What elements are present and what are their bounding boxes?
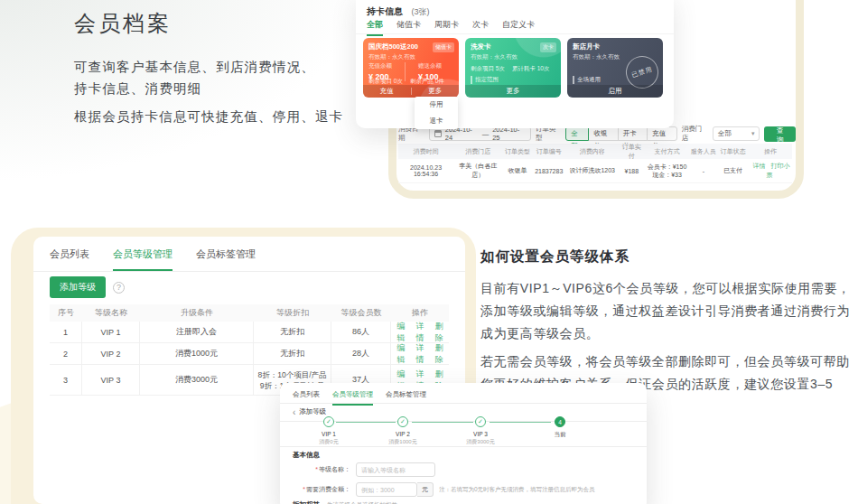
level-name-label: *等级名称： — [293, 465, 350, 474]
store-filter-label: 消费门店 — [682, 125, 708, 143]
remaining-items: 剩余项目 5次 — [471, 65, 505, 73]
order-type-cashier[interactable]: 收银单 — [588, 126, 618, 141]
search-button[interactable]: 查询 — [764, 126, 796, 142]
step-label: VIP 1 — [297, 431, 360, 437]
level-name-label-text: 等级名称： — [319, 466, 350, 472]
amount-row: *需要消费金额： 元 注：若填写为0元时客户无须消费，填写注册信息后即为会员 — [293, 482, 595, 497]
membership-card-times: 洗发卡 次卡 有效期：永久有效 剩余项目 5次 累计耗卡 10次 指定范围 更多 — [465, 38, 561, 98]
discount-note: 为该等级会员选择折扣权益 — [327, 501, 397, 504]
step-done-icon: ✓ — [397, 416, 408, 427]
tab-member-tag-management[interactable]: 会员标签管理 — [196, 247, 256, 271]
more-button[interactable]: 更多 — [412, 87, 460, 96]
level-name-input[interactable] — [356, 462, 435, 477]
col-header: 操作 — [391, 304, 449, 322]
card-name: 洗发卡 — [471, 42, 491, 51]
card-more-dropdown: 停用 退卡 — [415, 97, 458, 129]
level-actions: 编辑 详情 删除 — [391, 322, 449, 342]
order-number: 21837283 — [532, 168, 565, 174]
delete-link[interactable]: 删除 — [433, 321, 446, 344]
table-row: 2 VIP 2 消费1000元 无折扣 28人 编辑 详情 删除 — [50, 343, 449, 365]
level-name: VIP 1 — [82, 322, 140, 342]
order-content: 设计师洗吹1203 — [565, 166, 619, 175]
order-type-segmented: 全部 收银单 开卡单 充值单 — [566, 126, 677, 141]
tab-member-list[interactable]: 会员列表 — [50, 247, 89, 271]
order-type-all[interactable]: 全部 — [565, 126, 589, 141]
col-header: 升级条件 — [140, 304, 254, 322]
detail-link[interactable]: 详情 — [413, 321, 426, 344]
order-type-opencard[interactable]: 开卡单 — [618, 126, 648, 141]
membership-card-monthly-disabled: 新店月卡 有效期：永久有效 全场通用 已禁用 启用 — [567, 38, 663, 98]
recharge-button[interactable]: 充值 — [363, 87, 411, 96]
col-header: 订单类型 — [503, 147, 533, 156]
step-current-icon: 4 — [555, 416, 565, 427]
hero-line-2: 持卡信息、消费明细 — [74, 78, 343, 99]
back-chevron-icon: ‹ — [293, 409, 295, 415]
card-info-title: 持卡信息 — [367, 6, 403, 16]
card-info-panel: 持卡信息 (3张) 全部 储值卡 周期卡 次卡 自定义卡 国庆档500送200 … — [356, 0, 674, 128]
discount-section-label: 折扣权益 — [293, 500, 320, 504]
edit-link[interactable]: 编辑 — [394, 342, 407, 366]
level-discount: 无折扣 — [254, 343, 331, 364]
orders-table: 消费时间 消费门店 订单类型 订单编号 消费内容 订单实付 支付方式 服务人员 … — [398, 144, 792, 183]
col-header: 等级会员数 — [331, 304, 391, 322]
step-label: VIP 3 — [449, 431, 512, 437]
delete-link[interactable]: 删除 — [433, 342, 446, 366]
member-panel-tabs: 会员列表 会员等级管理 会员标签管理 — [33, 237, 465, 271]
tabs-divider — [356, 33, 674, 34]
col-header: 消费时间 — [398, 147, 453, 156]
card-validity: 有效期：永久有效 — [368, 53, 415, 61]
step-label: VIP 2 — [371, 431, 434, 437]
enable-button[interactable]: 启用 — [567, 87, 663, 96]
add-level-panel: 会员列表 会员等级管理 会员标签管理 ‹ 添加等级 ✓ ✓ ✓ 4 VIP 1 … — [280, 383, 647, 504]
step-sub: 消费3000元 — [449, 438, 512, 446]
card-footer: 启用 — [567, 85, 663, 98]
tab-member-level-management[interactable]: 会员等级管理 — [113, 247, 173, 271]
more-button[interactable]: 更多 — [465, 87, 561, 96]
col-header: 服务人员 — [690, 147, 718, 156]
card-footer: 更多 — [465, 85, 561, 98]
detail-link[interactable]: 详情 — [413, 342, 426, 366]
step-done-icon: ✓ — [475, 416, 486, 427]
recharge-balance-label: 充值余额 — [368, 62, 392, 70]
order-pay-method: 会员卡：¥150 现金：¥33 — [644, 163, 689, 179]
date-separator: — — [482, 130, 490, 138]
levels-table: 序号 等级名称 升级条件 等级折扣 等级会员数 操作 1 VIP 1 注册即入会… — [50, 304, 449, 396]
store-select[interactable]: 全部 ▾ — [713, 126, 760, 141]
print-receipt-link[interactable]: 打印小票 — [766, 163, 789, 178]
card-type-badge: 次卡 — [540, 42, 556, 52]
card-validity: 有效期：永久有效 — [471, 53, 518, 61]
membership-card-stored-value: 国庆档500送200 储值卡 有效期：永久有效 充值余额 ¥ 200 赠送余额 … — [363, 38, 459, 98]
calendar-icon — [434, 130, 442, 137]
table-row: 1 VIP 1 注册即入会 无折扣 86人 编辑 详情 删除 — [50, 322, 449, 343]
card-count: (3张) — [411, 7, 429, 16]
level-actions: 编辑 详情 删除 — [391, 343, 449, 364]
order-staff: - — [690, 168, 718, 174]
amount-note: 注：若填写为0元时客户无须消费，填写注册信息后即为会员 — [439, 486, 595, 494]
hero-line-3: 根据会员持卡信息可快捷充值、停用、退卡 — [74, 106, 343, 127]
basic-info-section-title: 基本信息 — [293, 451, 320, 460]
amount-input[interactable] — [356, 482, 417, 497]
step-connector — [336, 422, 396, 423]
add-level-button[interactable]: 添加等级 — [50, 276, 106, 298]
card-type-badge: 储值卡 — [433, 42, 454, 52]
level-stepper: ✓ ✓ ✓ 4 VIP 1 VIP 2 VIP 3 当前 消费0元 消费1000… — [302, 415, 591, 444]
gift-balance-label: 赠送余额 — [418, 62, 442, 70]
stepper-divider — [280, 446, 647, 447]
card-meta: 剩余项目 5次 累计耗卡 10次 — [471, 65, 549, 73]
level-condition: 消费3000元 — [140, 365, 254, 395]
edit-link[interactable]: 编辑 — [394, 321, 407, 344]
menu-item-disable-card[interactable]: 停用 — [415, 97, 458, 113]
col-header: 订单编号 — [532, 147, 565, 156]
col-header: 等级折扣 — [254, 304, 331, 322]
page-title: 会员档案 — [74, 9, 343, 38]
card-name: 新店月卡 — [573, 42, 600, 51]
col-header: 消费门店 — [453, 147, 503, 156]
membership-cards-row: 国庆档500送200 储值卡 有效期：永久有效 充值余额 ¥ 200 赠送余额 … — [363, 38, 663, 98]
order-detail-link[interactable]: 详情 — [752, 163, 765, 169]
step-done-icon: ✓ — [323, 416, 334, 427]
col-header: 操作 — [749, 147, 792, 156]
order-type-recharge[interactable]: 充值单 — [647, 126, 676, 141]
help-question-icon[interactable]: ? — [113, 282, 125, 294]
menu-item-refund-card[interactable]: 退卡 — [415, 113, 458, 129]
howto-paragraph-1: 目前有VIP1～VIP6这6个会员等级，您可以根据实际使用需要，添加等级或编辑等… — [480, 277, 854, 345]
